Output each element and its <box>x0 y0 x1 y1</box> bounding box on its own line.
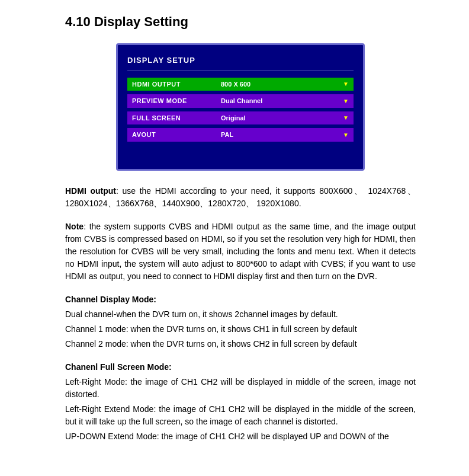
setup-row-fullscreen[interactable]: FULL SCREEN Original ▼ <box>127 111 354 125</box>
setup-label-avout: AVOUT <box>127 128 216 142</box>
section-channel-display-mode: Channel Display Mode: Dual channel-when … <box>65 293 416 350</box>
display-setup-container: DISPLAY SETUP HDMI OUTPUT 800 X 600 ▼ PR… <box>65 43 416 171</box>
setup-label-hdmi: HDMI OUTPUT <box>127 78 216 91</box>
channel-display-line-3: Channel 2 mode: when the DVR turns on, i… <box>65 338 416 350</box>
setup-label-preview: PREVIEW MODE <box>127 94 216 108</box>
hdmi-output-text: HDMI output: use the HDMI according to y… <box>65 185 416 210</box>
display-setup-box: DISPLAY SETUP HDMI OUTPUT 800 X 600 ▼ PR… <box>116 43 365 171</box>
channel-display-line-2: Channel 1 mode: when the DVR turns on, i… <box>65 323 416 336</box>
hdmi-value-text: 800 X 600 <box>221 79 250 90</box>
setup-value-preview: Dual Channel ▼ <box>216 94 354 108</box>
setup-value-fullscreen: Original ▼ <box>216 111 354 125</box>
hdmi-arrow-icon: ▼ <box>343 79 349 88</box>
note-label: Note <box>65 222 83 231</box>
hdmi-output-label: HDMI output <box>65 186 116 196</box>
fullscreen-line-3: UP-DOWN Extend Mode: the image of CH1 CH… <box>65 430 416 443</box>
chanenl-full-screen-heading: Chanenl Full Screen Mode: <box>65 361 416 373</box>
channel-display-line-1: Dual channel-when the DVR turn on, it sh… <box>65 308 416 321</box>
note-text: Note: the system supports CVBS and HDMI … <box>65 221 416 283</box>
setup-value-avout: PAL ▼ <box>216 128 354 142</box>
preview-value-text: Dual Channel <box>221 96 262 106</box>
setup-row-preview[interactable]: PREVIEW MODE Dual Channel ▼ <box>127 94 354 108</box>
setup-value-hdmi: 800 X 600 ▼ <box>216 78 354 91</box>
setup-title: DISPLAY SETUP <box>127 55 354 71</box>
fullscreen-arrow-icon: ▼ <box>343 113 349 122</box>
section-chanenl-full-screen: Chanenl Full Screen Mode: Left-Right Mod… <box>65 361 416 443</box>
section-hdmi-output: HDMI output: use the HDMI according to y… <box>65 185 416 210</box>
fullscreen-line-2: Left-Right Extend Mode: the image of CH1… <box>65 403 416 428</box>
avout-value-text: PAL <box>221 130 233 140</box>
fullscreen-line-1: Left-Right Mode: the image of CH1 CH2 wi… <box>65 376 416 401</box>
setup-row-avout[interactable]: AVOUT PAL ▼ <box>127 128 354 142</box>
fullscreen-value-text: Original <box>221 113 246 123</box>
setup-label-fullscreen: FULL SCREEN <box>127 111 216 125</box>
avout-arrow-icon: ▼ <box>343 130 349 139</box>
setup-row-hdmi[interactable]: HDMI OUTPUT 800 X 600 ▼ <box>127 78 354 91</box>
channel-display-mode-heading: Channel Display Mode: <box>65 293 416 306</box>
page-title: 4.10 Display Setting <box>65 12 416 31</box>
preview-arrow-icon: ▼ <box>343 97 349 106</box>
section-note: Note: the system supports CVBS and HDMI … <box>65 221 416 283</box>
